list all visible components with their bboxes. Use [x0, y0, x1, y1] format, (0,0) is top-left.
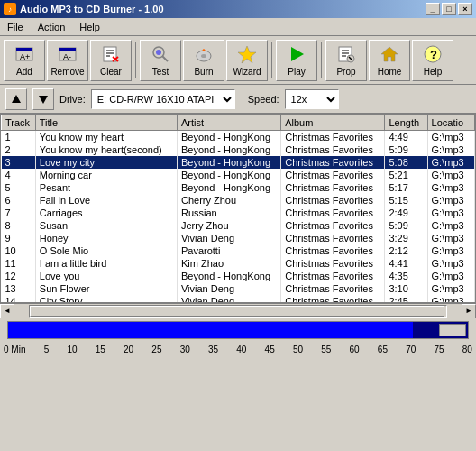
col-length: Length: [385, 115, 427, 131]
close-button[interactable]: ×: [458, 3, 472, 15]
table-row[interactable]: 8 Susan Jerry Zhou Christmas Favorites 5…: [2, 219, 475, 232]
svg-point-14: [156, 50, 161, 55]
cell-length: 3:29: [385, 232, 427, 244]
cell-length: 2:49: [385, 207, 427, 219]
minimize-button[interactable]: _: [426, 3, 440, 15]
play-label: Play: [288, 67, 305, 77]
cell-track: 11: [2, 257, 36, 270]
table-row[interactable]: 13 Sun Flower Vivian Deng Christmas Favo…: [2, 282, 475, 295]
cell-track: 8: [2, 219, 36, 232]
remove-label: Remove: [50, 67, 84, 77]
table-row[interactable]: 10 O Sole Mio Pavarotti Christmas Favori…: [2, 244, 475, 257]
home-button[interactable]: Home: [369, 40, 410, 81]
table-row[interactable]: 5 Pesant Beyond - HongKong Christmas Fav…: [2, 181, 475, 194]
cell-title: You know my heart: [35, 131, 177, 144]
cell-track: 5: [2, 181, 36, 194]
scroll-right-arrow[interactable]: ►: [462, 304, 476, 318]
cell-artist: Jerry Zhou: [177, 219, 280, 232]
timeline: 0 Min 5 10 15 20 25 30 35 40 45 50 55 60…: [0, 343, 476, 358]
clear-label: Clear: [100, 67, 122, 77]
cell-length: 5:09: [385, 143, 427, 156]
menu-help[interactable]: Help: [76, 21, 104, 33]
remove-button[interactable]: A- Remove: [47, 40, 88, 81]
cell-location: G:\mp3: [427, 295, 474, 303]
cell-location: G:\mp3: [427, 194, 474, 207]
test-label: Test: [152, 67, 169, 77]
table-row[interactable]: 2 You know my heart(second) Beyond - Hon…: [2, 143, 475, 156]
cell-artist: Cherry Zhou: [177, 194, 280, 207]
burn-button[interactable]: Burn: [183, 40, 224, 81]
table-row[interactable]: 3 Love my city Beyond - HongKong Christm…: [2, 156, 475, 169]
cell-artist: Beyond - HongKong: [177, 169, 280, 181]
play-button[interactable]: Play: [276, 40, 317, 81]
drive-select[interactable]: E: CD-R/RW 16X10 ATAPI: [91, 89, 235, 109]
cell-track: 3: [2, 156, 36, 169]
up-arrow-button[interactable]: [5, 88, 27, 110]
progress-end-cap: [439, 324, 466, 336]
table-row[interactable]: 12 Love you Beyond - HongKong Christmas …: [2, 270, 475, 282]
svg-text:A+: A+: [20, 52, 30, 61]
svg-rect-4: [60, 48, 76, 51]
title-bar: ♪ Audio MP3 to CD Burner - 1.00 _ □ ×: [0, 0, 476, 18]
cell-location: G:\mp3: [427, 181, 474, 194]
cell-artist: Beyond - HongKong: [177, 143, 280, 156]
speed-label: Speed:: [248, 94, 279, 105]
cell-location: G:\mp3: [427, 131, 474, 144]
cell-length: 5:08: [385, 156, 427, 169]
prop-button[interactable]: Prop: [325, 40, 367, 81]
track-list[interactable]: Track Title Artist Album Length Locatio …: [0, 114, 476, 303]
cell-title: Susan: [35, 219, 177, 232]
cell-length: 4:35: [385, 270, 427, 282]
cell-track: 9: [2, 232, 36, 244]
svg-rect-1: [16, 48, 32, 51]
cell-track: 13: [2, 282, 36, 295]
cell-title: I am a little bird: [35, 257, 177, 270]
help-label: Help: [424, 67, 443, 77]
cell-title: Love you: [35, 270, 177, 282]
menu-action[interactable]: Action: [34, 21, 69, 33]
table-row[interactable]: 14 City Story Vivian Deng Christmas Favo…: [2, 295, 475, 303]
cell-album: Christmas Favorites: [281, 295, 385, 303]
svg-text:?: ?: [430, 48, 437, 61]
svg-text:A-: A-: [63, 52, 71, 61]
svg-marker-25: [381, 47, 398, 61]
cell-title: Carriages: [35, 207, 177, 219]
cell-album: Christmas Favorites: [281, 169, 385, 181]
scroll-left-arrow[interactable]: ◄: [0, 304, 14, 318]
home-label: Home: [378, 67, 402, 77]
test-button[interactable]: Test: [140, 40, 181, 81]
svg-marker-17: [238, 46, 256, 63]
speed-select[interactable]: 12x: [285, 89, 339, 109]
test-icon: [150, 43, 171, 65]
svg-marker-28: [12, 95, 21, 103]
window-controls: _ □ ×: [426, 3, 472, 15]
timeline-marker-15: 15: [96, 345, 105, 354]
table-row[interactable]: 9 Honey Vivian Deng Christmas Favorites …: [2, 232, 475, 244]
timeline-marker-70: 70: [406, 345, 416, 354]
scroll-thumb[interactable]: [30, 306, 444, 317]
scroll-track[interactable]: [29, 305, 447, 318]
cell-title: Fall in Love: [35, 194, 177, 207]
table-row[interactable]: 7 Carriages Russian Christmas Favorites …: [2, 207, 475, 219]
add-button[interactable]: A+ Add: [4, 40, 45, 81]
cell-location: G:\mp3: [427, 169, 474, 181]
clear-button[interactable]: Clear: [90, 40, 132, 81]
menu-file[interactable]: File: [4, 21, 27, 33]
table-row[interactable]: 1 You know my heart Beyond - HongKong Ch…: [2, 131, 475, 144]
down-arrow-button[interactable]: [32, 88, 54, 110]
cell-length: 2:45: [385, 295, 427, 303]
cell-album: Christmas Favorites: [281, 244, 385, 257]
maximize-button[interactable]: □: [442, 3, 456, 15]
cell-track: 12: [2, 270, 36, 282]
table-row[interactable]: 4 Morning car Beyond - HongKong Christma…: [2, 169, 475, 181]
cell-album: Christmas Favorites: [281, 181, 385, 194]
wizard-button[interactable]: Wizard: [226, 40, 268, 81]
horizontal-scrollbar[interactable]: ◄ ►: [0, 303, 476, 318]
burn-progress-bar: [7, 321, 469, 339]
home-icon: [379, 43, 400, 65]
clear-icon: [100, 43, 122, 65]
table-row[interactable]: 11 I am a little bird Kim Zhao Christmas…: [2, 257, 475, 270]
svg-line-13: [162, 56, 168, 61]
table-row[interactable]: 6 Fall in Love Cherry Zhou Christmas Fav…: [2, 194, 475, 207]
help-button[interactable]: ? Help: [412, 40, 453, 81]
